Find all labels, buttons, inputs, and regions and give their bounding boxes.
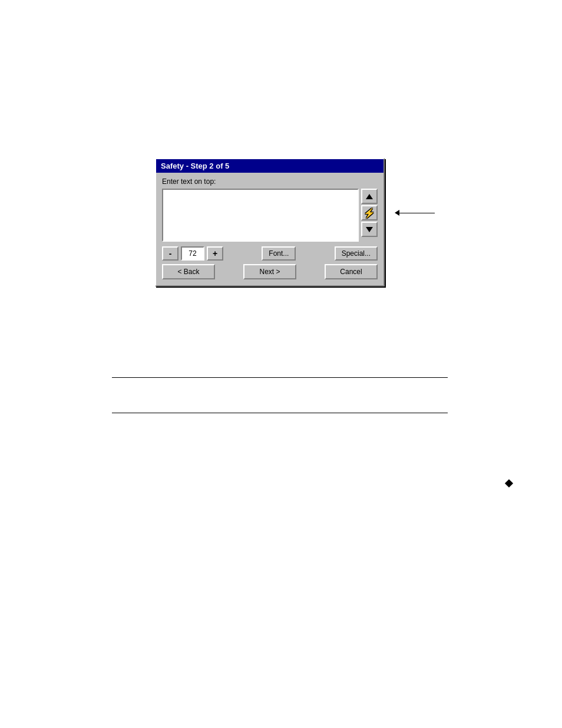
arrow-head-icon (395, 210, 399, 216)
lightning-icon: ⚡ (363, 207, 375, 219)
special-button[interactable]: Special... (335, 246, 378, 261)
page: Safety - Step 2 of 5 Enter text on top: … (0, 0, 562, 728)
cancel-button[interactable]: Cancel (325, 264, 378, 279)
horizontal-rule-top (112, 377, 448, 378)
text-area-row: ⚡ (162, 189, 378, 242)
arrow-down-icon (366, 227, 373, 232)
arrow-up-icon (366, 194, 373, 199)
font-size-row: - + Font... Special... (162, 246, 378, 261)
font-size-input[interactable] (181, 246, 204, 261)
next-button[interactable]: Next > (243, 264, 296, 279)
dialog-body: Enter text on top: ⚡ - (156, 173, 384, 285)
dialog-title: Safety - Step 2 of 5 (161, 162, 229, 170)
arrow-line (399, 213, 435, 213)
increase-font-button[interactable]: + (207, 246, 223, 261)
decrease-font-button[interactable]: - (162, 246, 178, 261)
scroll-down-button[interactable] (361, 222, 378, 237)
diamond-bullet-icon (505, 479, 513, 487)
text-on-top-input[interactable] (162, 189, 359, 242)
scroll-up-button[interactable] (361, 189, 378, 204)
enter-text-label: Enter text on top: (162, 177, 378, 186)
horizontal-rule-bottom (112, 413, 448, 413)
dialog-titlebar: Safety - Step 2 of 5 (156, 159, 384, 173)
nav-buttons-row: < Back Next > Cancel (162, 264, 378, 279)
lightning-button[interactable]: ⚡ (361, 205, 378, 220)
font-button[interactable]: Font... (262, 246, 296, 261)
dialog-safety-step2: Safety - Step 2 of 5 Enter text on top: … (155, 158, 385, 286)
arrow-annotation (395, 210, 435, 216)
back-button[interactable]: < Back (162, 264, 215, 279)
scroll-buttons: ⚡ (361, 189, 378, 242)
